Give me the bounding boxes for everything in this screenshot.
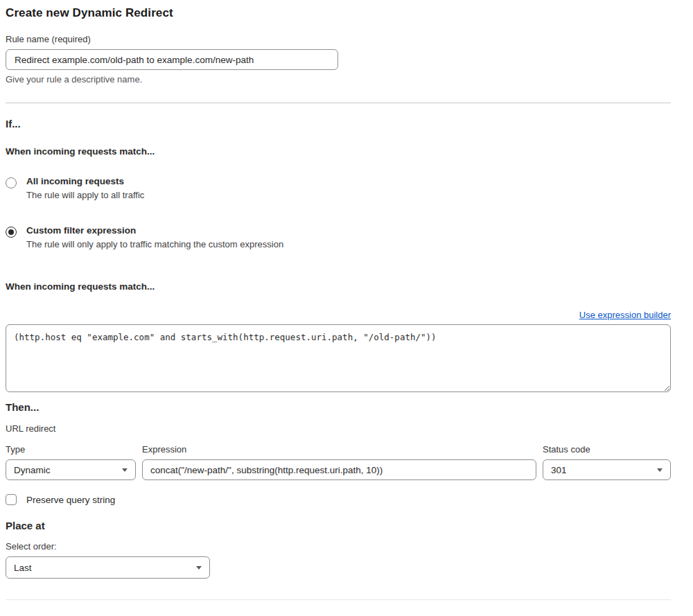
match-heading: When incoming requests match... (6, 146, 671, 157)
rule-name-input[interactable] (6, 49, 338, 70)
place-at-heading: Place at (6, 520, 671, 531)
radio-desc-custom-filter: The rule will only apply to traffic matc… (26, 239, 283, 249)
radio-option-custom-filter[interactable]: Custom filter expression The rule will o… (6, 225, 671, 249)
radio-desc-all-requests: The rule will apply to all traffic (26, 190, 144, 200)
rule-name-help: Give your rule a descriptive name. (6, 74, 671, 85)
radio-unselected-icon[interactable] (6, 177, 17, 188)
select-order-label: Select order: (6, 541, 671, 552)
filter-expression-textarea[interactable]: (http.host eq "example.com" and starts_w… (6, 324, 671, 392)
radio-selected-icon[interactable] (6, 227, 17, 238)
type-select-value: Dynamic (14, 465, 51, 475)
use-expression-builder-link[interactable]: Use expression builder (579, 310, 671, 320)
radio-option-all-requests[interactable]: All incoming requests The rule will appl… (6, 176, 671, 200)
type-select[interactable]: Dynamic (6, 459, 136, 480)
url-redirect-label: URL redirect (6, 423, 671, 434)
then-heading: Then... (6, 401, 671, 413)
radio-label-all-requests: All incoming requests (26, 176, 144, 186)
if-heading: If... (6, 118, 671, 130)
order-select-value: Last (14, 563, 32, 573)
radio-label-custom-filter: Custom filter expression (26, 225, 283, 236)
chevron-down-icon (657, 468, 663, 472)
preserve-query-string-label: Preserve query string (26, 495, 115, 505)
chevron-down-icon (196, 566, 202, 570)
create-redirect-form: Create new Dynamic Redirect Rule name (r… (6, 6, 671, 616)
expression-heading: When incoming requests match... (6, 281, 671, 292)
section-divider (6, 103, 671, 103)
order-select[interactable]: Last (6, 556, 210, 579)
type-label: Type (6, 444, 136, 455)
expression-label: Expression (142, 444, 536, 455)
status-code-select-value: 301 (551, 465, 567, 475)
preserve-query-string-option[interactable]: Preserve query string (6, 494, 671, 505)
redirect-expression-input[interactable] (142, 459, 536, 480)
checkbox-unchecked-icon[interactable] (6, 494, 17, 505)
status-code-select[interactable]: 301 (543, 459, 671, 480)
status-code-label: Status code (543, 444, 671, 455)
rule-name-label: Rule name (required) (6, 34, 671, 44)
page-title: Create new Dynamic Redirect (6, 6, 671, 20)
footer-divider (6, 599, 671, 600)
chevron-down-icon (122, 468, 128, 472)
